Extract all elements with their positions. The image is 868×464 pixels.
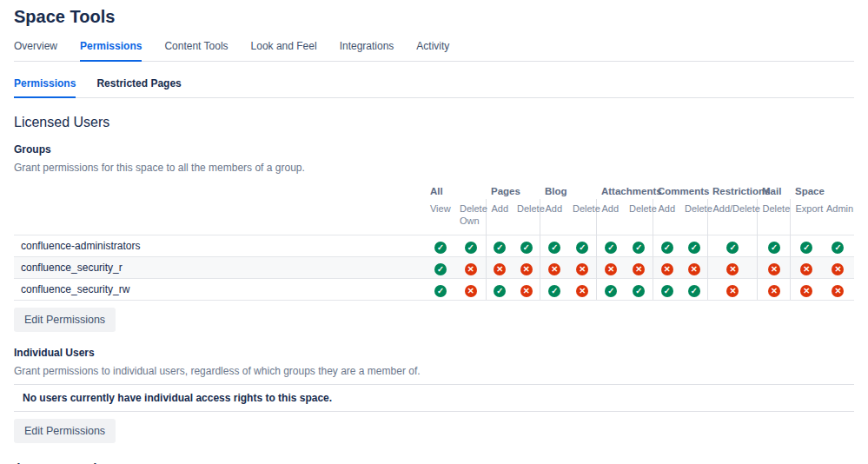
column-group-blog: Blog	[540, 181, 597, 199]
cross-icon: ✕	[800, 285, 812, 297]
subtab-restricted-pages[interactable]: Restricted Pages	[96, 77, 181, 98]
cross-icon: ✕	[605, 263, 617, 275]
group-name: confluence_security_rw	[14, 278, 426, 300]
sub-tab-bar: Permissions Restricted Pages	[14, 77, 854, 98]
check-icon: ✓	[576, 242, 588, 254]
column-group-all: All	[426, 181, 487, 199]
column-subheader-row: View Delete Own Add Delete Add Delete Ad…	[14, 199, 854, 235]
table-row: confluence-administrators ✓ ✓ ✓ ✓ ✓ ✓ ✓ …	[14, 235, 854, 256]
groups-permissions-table: All Pages Blog Attachments Comments Rest…	[14, 181, 854, 301]
column-group-mail: Mail	[758, 181, 791, 199]
cross-icon: ✕	[832, 285, 844, 297]
column-mail-delete: Delete	[758, 199, 791, 235]
tab-activity[interactable]: Activity	[416, 40, 449, 62]
main-tab-bar: Overview Permissions Content Tools Look …	[14, 40, 854, 62]
group-name: confluence-administrators	[14, 235, 426, 256]
check-icon: ✓	[832, 242, 844, 254]
column-group-restrictions: Restrictions	[708, 181, 758, 199]
column-attachments-add: Add	[597, 199, 625, 235]
tab-permissions[interactable]: Permissions	[80, 40, 142, 62]
cross-icon: ✕	[494, 263, 506, 275]
check-icon: ✓	[548, 285, 560, 297]
column-space-admin: Admin	[822, 199, 854, 235]
check-icon: ✓	[465, 242, 477, 254]
column-view: View	[426, 199, 455, 235]
check-icon: ✓	[548, 242, 560, 254]
cross-icon: ✕	[576, 263, 588, 275]
group-name: confluence_security_r	[14, 256, 426, 278]
check-icon: ✓	[605, 242, 617, 254]
cross-icon: ✕	[768, 285, 780, 297]
anonymous-access-heading: Anonymous Access	[14, 461, 854, 464]
cross-icon: ✕	[465, 263, 477, 275]
licensed-users-heading: Licensed Users	[14, 115, 854, 130]
check-icon: ✓	[633, 285, 645, 297]
cross-icon: ✕	[465, 285, 477, 297]
column-pages-add: Add	[487, 199, 513, 235]
individual-users-description: Grant permissions to individual users, r…	[14, 365, 854, 377]
column-group-attachments: Attachments	[597, 181, 653, 199]
column-blog-delete: Delete	[568, 199, 597, 235]
check-icon: ✓	[661, 285, 673, 297]
page-title: Space Tools	[14, 7, 854, 27]
column-comments-add: Add	[653, 199, 680, 235]
cross-icon: ✕	[726, 263, 739, 275]
check-icon: ✓	[800, 242, 812, 254]
cross-icon: ✕	[800, 263, 812, 275]
check-icon: ✓	[494, 242, 506, 254]
check-icon: ✓	[434, 263, 447, 275]
check-icon: ✓	[633, 242, 645, 254]
tab-overview[interactable]: Overview	[14, 40, 57, 62]
check-icon: ✓	[688, 242, 700, 254]
check-icon: ✓	[688, 285, 700, 297]
space-tools-page: Space Tools Overview Permissions Content…	[0, 0, 868, 464]
table-row: confluence_security_rw ✓ ✕ ✓ ✕ ✓ ✕ ✓ ✓ ✓…	[14, 278, 854, 300]
column-blog-add: Add	[540, 199, 568, 235]
cross-icon: ✕	[832, 263, 844, 275]
subtab-permissions[interactable]: Permissions	[14, 77, 76, 98]
cross-icon: ✕	[726, 285, 739, 297]
check-icon: ✓	[434, 285, 447, 297]
column-space-export: Export	[791, 199, 822, 235]
groups-description: Grant permissions for this space to all …	[14, 162, 854, 174]
edit-groups-permissions-button[interactable]: Edit Permissions	[14, 308, 116, 332]
cross-icon: ✕	[548, 263, 560, 275]
check-icon: ✓	[661, 242, 673, 254]
cross-icon: ✕	[768, 263, 780, 275]
tab-integrations[interactable]: Integrations	[340, 40, 394, 62]
check-icon: ✓	[494, 285, 506, 297]
column-attachments-delete: Delete	[625, 199, 653, 235]
check-icon: ✓	[434, 242, 447, 254]
column-pages-delete: Delete	[513, 199, 540, 235]
cross-icon: ✕	[576, 285, 588, 297]
check-icon: ✓	[605, 285, 617, 297]
column-comments-delete: Delete	[680, 199, 708, 235]
column-delete-own: Delete Own	[455, 199, 487, 235]
check-icon: ✓	[520, 242, 533, 254]
column-group-pages: Pages	[487, 181, 540, 199]
column-group-comments: Comments	[653, 181, 708, 199]
column-group-space: Space	[791, 181, 854, 199]
cross-icon: ✕	[633, 263, 645, 275]
cross-icon: ✕	[688, 263, 700, 275]
cross-icon: ✕	[520, 285, 533, 297]
no-individual-users-message: No users currently have individual acces…	[14, 384, 854, 412]
tab-content-tools[interactable]: Content Tools	[164, 40, 228, 62]
groups-heading: Groups	[14, 143, 854, 156]
column-restrictions-add-delete: Add/Delete	[708, 199, 758, 235]
edit-individual-permissions-button[interactable]: Edit Permissions	[14, 419, 116, 443]
cross-icon: ✕	[661, 263, 673, 275]
individual-users-heading: Individual Users	[14, 347, 854, 359]
check-icon: ✓	[726, 242, 739, 254]
tab-look-and-feel[interactable]: Look and Feel	[251, 40, 317, 62]
cross-icon: ✕	[520, 263, 533, 275]
table-row: confluence_security_r ✓ ✕ ✕ ✕ ✕ ✕ ✕ ✕ ✕ …	[14, 256, 854, 278]
check-icon: ✓	[768, 242, 780, 254]
column-group-header-row: All Pages Blog Attachments Comments Rest…	[14, 181, 854, 199]
